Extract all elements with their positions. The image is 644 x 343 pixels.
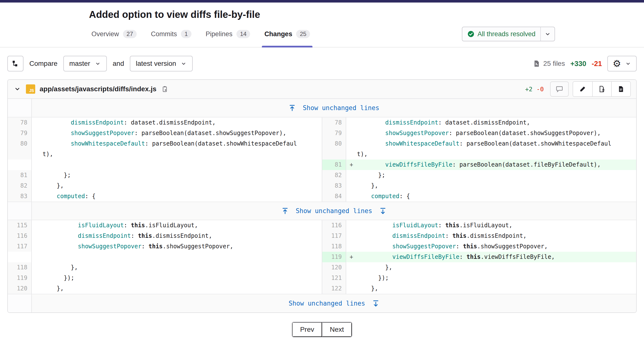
chevron-down-icon <box>180 61 187 67</box>
line-number-new[interactable]: 83 <box>322 181 346 191</box>
line-number-old[interactable]: 78 <box>8 117 32 128</box>
tab-changes[interactable]: Changes 25 <box>264 21 310 47</box>
code-line-new: }; <box>346 170 636 181</box>
line-number-old[interactable]: 120 <box>8 283 32 294</box>
line-number-old[interactable]: 116 <box>8 231 32 241</box>
line-number-new[interactable]: 122 <box>322 283 346 294</box>
code-segment: }, <box>42 285 64 292</box>
code-line-old: showSuggestPopover: parseBoolean(dataset… <box>32 128 322 138</box>
code-line-new: dismissEndpoint: this.dismissEndpoint, <box>346 231 636 241</box>
line-number-old[interactable]: 118 <box>8 262 32 273</box>
line-number-new[interactable]: 117 <box>322 231 346 241</box>
expander-gutter <box>8 99 32 117</box>
code-segment: }, <box>357 264 392 271</box>
code-segment: : <box>142 243 149 250</box>
code-line-old: }, <box>32 262 322 273</box>
show-unchanged-lines-link[interactable]: Show unchanged lines <box>288 300 379 307</box>
code-line-old: }, <box>32 181 322 191</box>
line-number-new[interactable]: 121 <box>322 273 346 283</box>
line-number-new[interactable]: 116 <box>322 220 346 231</box>
line-number-new[interactable]: 119 <box>322 252 346 262</box>
code-segment: }; <box>357 172 385 179</box>
show-unchanged-lines-link[interactable]: Show unchanged lines <box>282 207 386 215</box>
code-line-old: showWhitespaceDefault: parseBoolean(data… <box>32 138 322 160</box>
code-segment: showWhitespaceDefault <box>385 140 460 147</box>
line-number-old[interactable]: 117 <box>8 241 32 252</box>
line-number-old[interactable]: 81 <box>8 170 32 181</box>
code-line-new: }, <box>346 262 636 273</box>
diff-settings-button[interactable]: ⚙ <box>607 56 637 72</box>
code-segment: .showSuggestPopover, <box>477 243 548 250</box>
view-file-button[interactable] <box>611 82 630 96</box>
code-line-new: showSuggestPopover: this.showSuggestPopo… <box>346 241 636 252</box>
line-number-new[interactable]: 120 <box>322 262 346 273</box>
chevron-down-icon <box>94 61 101 67</box>
line-number-new[interactable]: 78 <box>322 117 346 128</box>
code-segment: computed <box>57 193 85 200</box>
file-actions-group <box>572 81 631 97</box>
collapse-file-button[interactable] <box>13 86 22 92</box>
target-version-dropdown[interactable]: latest version <box>130 56 193 72</box>
top-navbar-edge <box>0 3 644 3</box>
files-count: 25 files <box>533 60 565 68</box>
expand-down-icon <box>372 300 380 307</box>
code-segment: }; <box>42 172 71 179</box>
line-number-new[interactable]: 79 <box>322 128 346 138</box>
code-segment: this <box>131 222 145 229</box>
show-unchanged-lines-link[interactable]: Show unchanged lines <box>288 104 379 112</box>
diff-file-header: JS app/assets/javascripts/diffs/index.js… <box>8 80 636 99</box>
code-segment <box>357 253 392 260</box>
file-document-icon <box>533 60 540 67</box>
code-line-old: }, <box>32 283 322 294</box>
code-segment: showSuggestPopover <box>392 243 456 250</box>
code-segment: : <box>131 232 138 239</box>
line-number-old[interactable]: 79 <box>8 128 32 138</box>
line-number-new[interactable]: 81 <box>322 160 346 170</box>
tab-changes-count: 25 <box>296 30 310 38</box>
line-number-new[interactable]: 80 <box>322 138 346 160</box>
code-segment: viewDiffsFileByFile <box>385 161 452 168</box>
code-segment: }, <box>357 285 378 292</box>
chevron-down-icon <box>625 61 631 67</box>
copy-file-path-button[interactable] <box>161 86 168 93</box>
code-segment: showWhitespaceDefault <box>71 140 145 147</box>
line-number-new[interactable]: 118 <box>322 241 346 252</box>
total-deletions: -21 <box>592 60 602 68</box>
edit-file-button[interactable] <box>573 82 592 96</box>
compare-versions-button[interactable] <box>592 82 611 96</box>
source-branch-dropdown[interactable]: master <box>63 56 107 72</box>
mr-tabs: Overview 27 Commits 1 Pipelines 14 Chang… <box>92 21 310 47</box>
resolved-dropdown-toggle[interactable] <box>540 27 554 41</box>
file-path[interactable]: app/assets/javascripts/diffs/index.js <box>40 85 156 93</box>
line-number-old[interactable]: 82 <box>8 181 32 191</box>
all-threads-resolved-button[interactable]: All threads resolved <box>462 27 555 41</box>
prev-file-button[interactable]: Prev <box>292 322 322 337</box>
line-number-old[interactable]: 115 <box>8 220 32 231</box>
tab-overview[interactable]: Overview 27 <box>92 21 137 47</box>
expander-label: Show unchanged lines <box>296 207 372 215</box>
tab-commits[interactable]: Commits 1 <box>151 21 192 47</box>
total-additions: +330 <box>570 60 586 68</box>
code-segment <box>42 232 78 239</box>
tab-pipelines[interactable]: Pipelines 14 <box>206 21 250 47</box>
code-segment: : <box>124 222 131 229</box>
line-number-new[interactable]: 84 <box>322 191 346 202</box>
expander-label: Show unchanged lines <box>303 104 379 112</box>
code-segment: : <box>445 232 452 239</box>
pencil-icon <box>579 86 586 93</box>
expander-label: Show unchanged lines <box>288 300 365 307</box>
tab-pipelines-label: Pipelines <box>206 30 232 38</box>
code-line-old: dismissEndpoint: this.dismissEndpoint, <box>32 231 322 241</box>
expand-down-icon <box>379 207 386 215</box>
document-icon <box>618 86 624 93</box>
line-number-old[interactable]: 83 <box>8 191 32 202</box>
line-number-old[interactable]: 80 <box>8 138 32 160</box>
diff-table: Show unchanged lines78 dismissEndpoint: … <box>8 99 636 312</box>
next-file-button[interactable]: Next <box>322 322 352 337</box>
file-tree-toggle-button[interactable] <box>7 56 24 72</box>
line-number-old[interactable]: 119 <box>8 273 32 283</box>
code-segment: this <box>138 232 152 239</box>
toggle-comments-button[interactable] <box>550 82 569 97</box>
line-number-new[interactable]: 82 <box>322 170 346 181</box>
code-segment: .isFluidLayout, <box>460 222 512 229</box>
